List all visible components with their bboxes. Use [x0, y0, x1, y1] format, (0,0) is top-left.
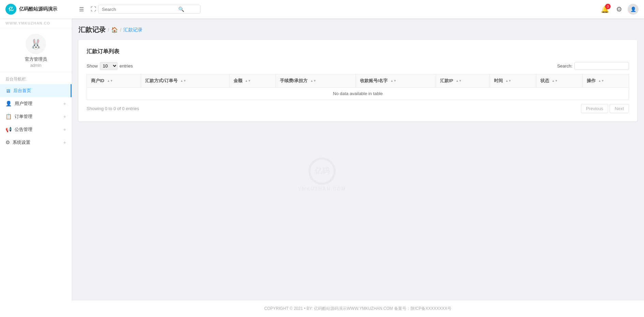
sidebar-username: 官方管理员	[25, 56, 47, 62]
sidebar-item-settings[interactable]: ⚙ 系统设置 +	[0, 136, 72, 149]
settings-icon: ⚙	[5, 139, 10, 146]
sort-arrows-time: ▲▼	[505, 79, 511, 83]
table-body: No data available in table	[87, 88, 629, 100]
previous-button[interactable]: Previous	[581, 104, 609, 113]
nav-item-left: 🖥 后台首页	[5, 88, 31, 94]
nav-label: 后台导航栏	[0, 72, 72, 84]
entries-label: entries	[120, 63, 133, 69]
gear-icon: ⚙	[616, 5, 622, 13]
pagination-buttons: Previous Next	[581, 104, 629, 113]
col-account[interactable]: 收款账号/名字 ▲▼	[356, 74, 436, 88]
card-title: 汇款订单列表	[87, 48, 629, 55]
users-expand-icon: +	[63, 101, 66, 106]
settings-expand-icon: +	[63, 140, 66, 145]
sidebar-watermark: WWW.YMKUZHAN.CO	[0, 18, 72, 28]
sidebar: WWW.YMKUZHAN.CO 🐰 官方管理员 admin 后台导航栏 🖥 后台…	[0, 18, 72, 317]
user-avatar[interactable]: 👤	[628, 4, 639, 15]
next-button[interactable]: Next	[610, 104, 629, 113]
search-box: 🔍	[98, 5, 200, 14]
table-search: Search:	[557, 62, 629, 70]
orders-icon: 📋	[5, 114, 12, 120]
sidebar-item-orders[interactable]: 📋 订单管理 +	[0, 110, 72, 123]
sidebar-item-label-settings: 系统设置	[13, 139, 30, 146]
pagination-area: Showing 0 to 0 of 0 entries Previous Nex…	[87, 104, 629, 113]
breadcrumb-divider1: /	[108, 27, 109, 33]
breadcrumb-divider2: /	[120, 27, 121, 33]
main-content: 汇款记录 / 🏠 / 汇款记录 汇款订单列表 Show 10 25 50	[72, 18, 644, 300]
header-controls: ☰ ⛶	[77, 4, 98, 15]
table-search-label: Search:	[557, 63, 572, 69]
logo-area: 亿 亿码酷站源码演示	[5, 4, 77, 15]
sidebar-item-label-announcements: 公告管理	[15, 126, 32, 133]
bell-button[interactable]: 🔔 0	[599, 4, 611, 15]
col-fee[interactable]: 手续费/承担方 ▲▼	[275, 74, 356, 88]
gear-button[interactable]: ⚙	[615, 4, 624, 15]
header-right: 🔔 0 ⚙ 👤	[599, 4, 639, 15]
no-data-row: No data available in table	[87, 88, 629, 100]
pagination-info: Showing 0 to 0 of 0 entries	[87, 106, 139, 111]
footer-text: COPYRIGHT © 2021 • BY: 亿码酷站源码演示WWW.YMKUZ…	[264, 306, 451, 311]
announcements-icon: 📢	[5, 126, 12, 133]
sort-arrows-fee: ▲▼	[310, 79, 316, 83]
nav-item-left-announcements: 📢 公告管理	[5, 126, 32, 133]
col-time[interactable]: 时间 ▲▼	[490, 74, 536, 88]
search-icon: 🔍	[178, 6, 184, 12]
show-label: Show	[87, 63, 98, 69]
sort-arrows-ip: ▲▼	[456, 79, 462, 83]
avatar-icon: 👤	[630, 6, 636, 12]
announcements-expand-icon: +	[63, 127, 66, 132]
breadcrumb-title: 汇款记录	[78, 25, 106, 34]
footer: COPYRIGHT © 2021 • BY: 亿码酷站源码演示WWW.YMKUZ…	[72, 300, 644, 317]
search-area: 🔍	[98, 5, 200, 14]
breadcrumb-home-icon[interactable]: 🏠	[111, 27, 118, 33]
table-head: 商户ID ▲▼ 汇款方式/订单号 ▲▼ 金额 ▲▼	[87, 74, 629, 88]
nav-item-left-users: 👤 用户管理	[5, 101, 32, 107]
notification-badge: 0	[605, 4, 611, 9]
sidebar-item-users[interactable]: 👤 用户管理 +	[0, 97, 72, 110]
orders-expand-icon: +	[63, 114, 66, 119]
breadcrumb-current: 汇款记录	[123, 27, 143, 33]
no-data-cell: No data available in table	[87, 88, 629, 100]
col-operation[interactable]: 操作 ▲▼	[582, 74, 629, 88]
sort-arrows-payment-method: ▲▼	[180, 79, 186, 83]
sort-arrows-merchant-id: ▲▼	[107, 79, 113, 83]
col-payment-method[interactable]: 汇款方式/订单号 ▲▼	[141, 74, 229, 88]
expand-button[interactable]: ⛶	[89, 4, 98, 14]
main-card: 汇款订单列表 Show 10 25 50 100 entries	[78, 40, 637, 121]
sidebar-item-announcements[interactable]: 📢 公告管理 +	[0, 123, 72, 136]
search-input[interactable]	[102, 7, 177, 12]
breadcrumb: 汇款记录 / 🏠 / 汇款记录	[78, 25, 637, 34]
sort-arrows-operation: ▲▼	[598, 79, 604, 83]
col-amount[interactable]: 金额 ▲▼	[229, 74, 275, 88]
sort-arrows-amount: ▲▼	[245, 79, 251, 83]
sidebar-item-label-users: 用户管理	[15, 101, 32, 107]
hamburger-button[interactable]: ☰	[77, 4, 86, 15]
nav-item-left-orders: 📋 订单管理	[5, 114, 32, 120]
sidebar-avatar: 🐰	[26, 34, 46, 54]
sidebar-role: admin	[30, 63, 42, 68]
col-status[interactable]: 状态 ▲▼	[536, 74, 582, 88]
sidebar-avatar-icon: 🐰	[30, 39, 42, 50]
sidebar-item-label-dashboard: 后台首页	[13, 88, 31, 94]
sort-arrows-account: ▲▼	[390, 79, 396, 83]
col-ip[interactable]: 汇款IP ▲▼	[436, 74, 490, 88]
main-layout: WWW.YMKUZHAN.CO 🐰 官方管理员 admin 后台导航栏 🖥 后台…	[0, 18, 644, 317]
table-controls: Show 10 25 50 100 entries Search:	[87, 62, 629, 70]
dashboard-icon: 🖥	[5, 88, 11, 94]
col-merchant-id[interactable]: 商户ID ▲▼	[87, 74, 141, 88]
entries-select[interactable]: 10 25 50 100	[100, 62, 118, 70]
show-entries: Show 10 25 50 100 entries	[87, 62, 133, 70]
table-header-row: 商户ID ▲▼ 汇款方式/订单号 ▲▼ 金额 ▲▼	[87, 74, 629, 88]
sort-arrows-status: ▲▼	[552, 79, 558, 83]
data-table: 商户ID ▲▼ 汇款方式/订单号 ▲▼ 金额 ▲▼	[87, 74, 629, 100]
sidebar-item-label-orders: 订单管理	[15, 114, 32, 120]
sidebar-item-dashboard[interactable]: 🖥 后台首页	[0, 84, 72, 97]
logo-text: 亿码酷站源码演示	[19, 6, 57, 12]
sidebar-avatar-area: 🐰 官方管理员 admin	[0, 28, 72, 72]
table-search-input[interactable]	[574, 62, 629, 70]
users-icon: 👤	[5, 101, 12, 107]
logo-icon: 亿	[5, 4, 16, 15]
nav-item-left-settings: ⚙ 系统设置	[5, 139, 30, 146]
